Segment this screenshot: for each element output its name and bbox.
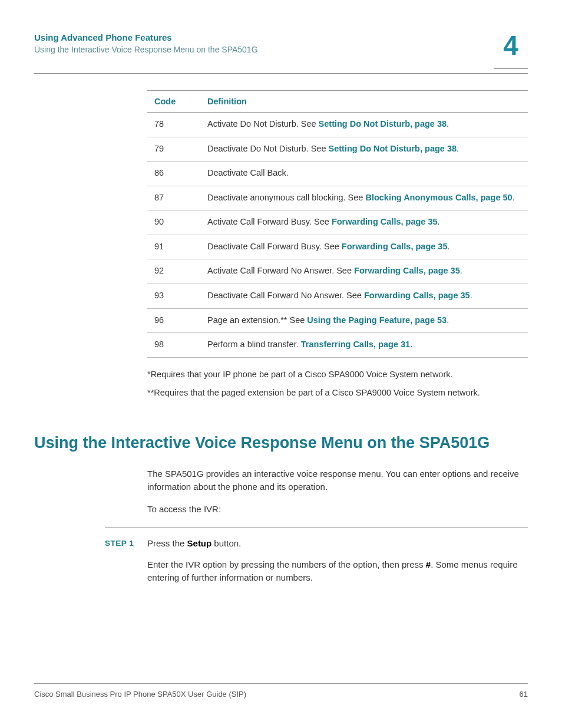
definition-cell: Deactivate Call Forward Busy. See Forwar…	[200, 235, 528, 259]
table-row: 79Deactivate Do Not Disturb. See Setting…	[147, 137, 528, 162]
def-text: .	[410, 340, 412, 349]
setup-button-label: Setup	[187, 538, 212, 548]
cross-reference-link[interactable]: Forwarding Calls, page 35	[342, 242, 448, 251]
col-header-code: Code	[147, 91, 200, 113]
definition-cell: Activate Call Forward Busy. See Forwardi…	[200, 210, 528, 235]
cross-reference-link[interactable]: Transferring Calls, page 31	[301, 340, 410, 349]
table-row: 78Activate Do Not Disturb. See Setting D…	[147, 113, 528, 137]
definition-cell: Deactivate Call Back.	[200, 162, 528, 186]
intro-paragraph: The SPA501G provides an interactive voic…	[147, 467, 528, 493]
code-cell: 87	[147, 186, 200, 210]
footnote-2: **Requires that the paged extension be p…	[147, 387, 528, 400]
footer-doc-title: Cisco Small Business Pro IP Phone SPA50X…	[34, 690, 246, 699]
access-label: To access the IVR:	[147, 503, 528, 516]
def-text: Deactivate Do Not Disturb. See	[207, 144, 329, 153]
def-text: Deactivate Call Forward No Answer. See	[207, 291, 364, 300]
table-row: 86Deactivate Call Back.	[147, 162, 528, 186]
definition-cell: Page an extension.** See Using the Pagin…	[200, 308, 528, 333]
cross-reference-link[interactable]: Forwarding Calls, page 35	[364, 291, 470, 300]
cross-reference-link[interactable]: Setting Do Not Disturb, page 38	[319, 119, 447, 129]
table-row: 91Deactivate Call Forward Busy. See Forw…	[147, 235, 528, 259]
followup-text: Enter the IVR option by pressing the num…	[147, 559, 426, 569]
definition-cell: Activate Call Forward No Answer. See For…	[200, 259, 528, 284]
definition-cell: Deactivate Do Not Disturb. See Setting D…	[200, 137, 528, 162]
code-cell: 90	[147, 210, 200, 235]
pound-key: #	[426, 559, 431, 569]
def-text: Activate Do Not Disturb. See	[207, 119, 319, 129]
section-body: The SPA501G provides an interactive voic…	[147, 467, 528, 515]
def-text: .	[457, 144, 459, 153]
header-divider	[34, 73, 528, 74]
table-header-row: Code Definition	[147, 91, 528, 113]
table-row: 96Page an extension.** See Using the Pag…	[147, 308, 528, 333]
cross-reference-link[interactable]: Forwarding Calls, page 35	[332, 217, 438, 226]
step-text: button.	[211, 538, 241, 548]
step-body: Press the Setup button.	[147, 537, 528, 550]
code-cell: 92	[147, 259, 200, 284]
definition-cell: Activate Do Not Disturb. See Setting Do …	[200, 113, 528, 137]
def-text: .	[513, 193, 515, 202]
def-text: Activate Call Forward Busy. See	[207, 217, 332, 226]
definition-cell: Deactivate anonymous call blocking. See …	[200, 186, 528, 210]
code-cell: 79	[147, 137, 200, 162]
def-text: Page an extension.** See	[207, 315, 307, 325]
def-text: Activate Call Forward No Answer. See	[207, 266, 354, 275]
page-header: Using Advanced Phone Features Using the …	[34, 32, 528, 54]
cross-reference-link[interactable]: Forwarding Calls, page 35	[354, 266, 460, 275]
section-heading: Using the Interactive Voice Response Men…	[34, 434, 528, 452]
table-footnotes: *Requires that your IP phone be part of …	[147, 368, 528, 400]
star-codes-table: Code Definition 78Activate Do Not Distur…	[147, 90, 528, 358]
def-text: Deactivate Call Back.	[207, 168, 289, 177]
table-row: 90Activate Call Forward Busy. See Forwar…	[147, 210, 528, 235]
breadcrumb: Using the Interactive Voice Response Men…	[34, 45, 528, 54]
step-text: Press the	[147, 538, 187, 548]
cross-reference-link[interactable]: Setting Do Not Disturb, page 38	[329, 144, 457, 153]
table-row: 87Deactivate anonymous call blocking. Se…	[147, 186, 528, 210]
def-text: .	[447, 242, 449, 251]
table-region: Code Definition 78Activate Do Not Distur…	[147, 90, 528, 400]
definition-cell: Perform a blind transfer. Transferring C…	[200, 333, 528, 358]
chapter-title: Using Advanced Phone Features	[34, 32, 528, 42]
step-label: STEP 1	[105, 537, 147, 550]
chapter-number-box: 4	[494, 28, 528, 69]
table-row: 98Perform a blind transfer. Transferring…	[147, 333, 528, 358]
cross-reference-link[interactable]: Blocking Anonymous Calls, page 50	[365, 193, 512, 202]
def-text: Perform a blind transfer.	[207, 340, 301, 349]
table-row: 92Activate Call Forward No Answer. See F…	[147, 259, 528, 284]
code-cell: 91	[147, 235, 200, 259]
step-divider	[105, 527, 528, 528]
def-text: .	[447, 119, 449, 129]
def-text: .	[438, 217, 440, 226]
step-1: STEP 1 Press the Setup button.	[105, 537, 528, 550]
code-cell: 98	[147, 333, 200, 358]
code-cell: 78	[147, 113, 200, 137]
definition-cell: Deactivate Call Forward No Answer. See F…	[200, 284, 528, 308]
def-text: .	[447, 315, 449, 325]
def-text: Deactivate anonymous call blocking. See	[207, 193, 365, 202]
footer-page-number: 61	[520, 690, 528, 699]
code-cell: 96	[147, 308, 200, 333]
table-row: 93Deactivate Call Forward No Answer. See…	[147, 284, 528, 308]
chapter-number: 4	[494, 28, 528, 63]
code-cell: 86	[147, 162, 200, 186]
step-followup: Enter the IVR option by pressing the num…	[147, 558, 528, 584]
page-footer: Cisco Small Business Pro IP Phone SPA50X…	[34, 683, 528, 699]
col-header-definition: Definition	[200, 91, 528, 113]
footnote-1: *Requires that your IP phone be part of …	[147, 368, 528, 381]
def-text: .	[460, 266, 462, 275]
def-text: .	[470, 291, 472, 300]
def-text: Deactivate Call Forward Busy. See	[207, 242, 342, 251]
cross-reference-link[interactable]: Using the Paging Feature, page 53	[307, 315, 447, 325]
code-cell: 93	[147, 284, 200, 308]
